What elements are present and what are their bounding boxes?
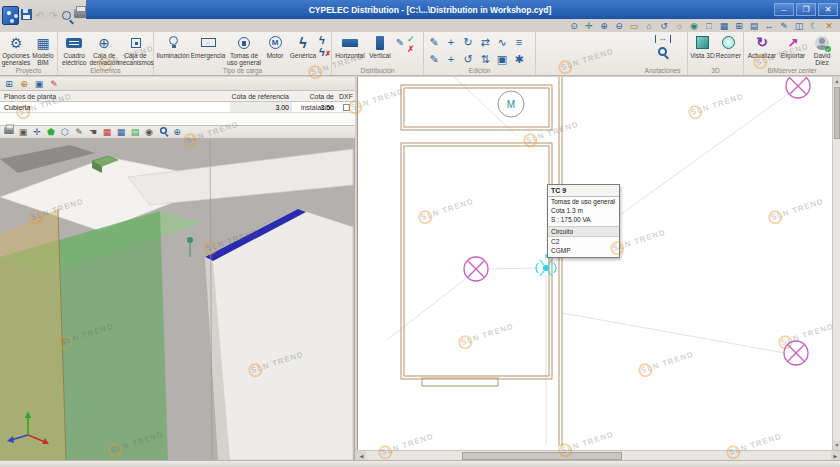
pointer-icon[interactable]: ✛: [31, 126, 43, 138]
exportar-button[interactable]: ↗ Exportar: [779, 33, 807, 59]
add-plant-icon[interactable]: ⊞: [3, 79, 15, 89]
mirror-icon[interactable]: ∿: [494, 35, 510, 51]
import-plant-icon[interactable]: ⊕: [18, 79, 30, 89]
edit-view-icon[interactable]: ✎: [777, 20, 791, 32]
horizontal-scrollbar[interactable]: ◀ ▶: [357, 450, 840, 460]
socket-icon: [238, 37, 250, 49]
cuadro-electrico-button[interactable]: Cuadro eléctrico: [60, 33, 88, 66]
panel-board-icon: [66, 38, 82, 48]
zoom-window-icon[interactable]: ▭: [627, 20, 641, 32]
edit-plant-icon[interactable]: ✎: [48, 79, 60, 89]
save-icon[interactable]: [21, 9, 32, 22]
eye-icon[interactable]: ◉: [143, 126, 155, 138]
generica-button[interactable]: ϟ Genérica: [288, 33, 318, 59]
vertical-button[interactable]: Vertical: [367, 33, 393, 59]
modelo-bim-button[interactable]: ▦ Modelo BIM: [31, 33, 55, 66]
snap-icon[interactable]: ⊞: [732, 20, 746, 32]
scrollbar-thumb[interactable]: [462, 452, 622, 460]
junction-box-icon: ⊕: [98, 35, 110, 51]
delete-load-icon[interactable]: ϟ: [319, 47, 325, 57]
emergency-light-icon: ☼: [201, 38, 216, 47]
group-3d: Vista 3D Recorrer 3D: [688, 32, 744, 75]
group-anotaciones: ↔ Anotaciones: [638, 32, 688, 75]
group-elementos: Cuadro eléctrico ⊕ Caja de derivación Ca…: [58, 32, 154, 75]
red-grid-icon[interactable]: ▦: [101, 126, 113, 138]
vista-3d-button[interactable]: Vista 3D: [690, 33, 715, 59]
scroll-up-icon[interactable]: ▲: [833, 77, 840, 86]
previous-view-icon[interactable]: ↺: [657, 20, 671, 32]
app-icon[interactable]: [2, 6, 19, 25]
user-account-button[interactable]: ✓ David Díez: [808, 33, 836, 66]
globe-icon[interactable]: ☾: [807, 20, 821, 32]
emergencia-button[interactable]: ☼ Emergencia: [191, 33, 225, 59]
redo-icon[interactable]: ↷: [47, 9, 58, 22]
dimension-icon[interactable]: ↔: [655, 35, 671, 43]
window-select-icon[interactable]: □: [702, 20, 716, 32]
zoom-text-icon[interactable]: [658, 47, 667, 56]
layers-icon[interactable]: ▤: [747, 20, 761, 32]
grid-icon[interactable]: ▦: [717, 20, 731, 32]
ortho-icon[interactable]: ↔: [762, 20, 776, 32]
undo-icon[interactable]: ↶: [34, 9, 45, 22]
layers-stack-icon[interactable]: ≡: [511, 35, 527, 51]
dxf-checkbox[interactable]: [343, 104, 350, 111]
redraw-icon[interactable]: ☼: [672, 20, 686, 32]
shade-icon[interactable]: ◉: [687, 20, 701, 32]
close-button[interactable]: ✕: [818, 3, 838, 16]
minimize-button[interactable]: –: [774, 3, 794, 16]
edit-icon[interactable]: ✎: [426, 35, 442, 51]
blue-grid-icon[interactable]: ▦: [115, 126, 127, 138]
recorrer-button[interactable]: Recorrer: [716, 33, 741, 59]
caja-mecanismos-button[interactable]: Caja de mecanismos: [120, 33, 151, 66]
scroll-down-icon[interactable]: ▼: [833, 441, 840, 450]
measure-icon[interactable]: ◫: [792, 20, 806, 32]
orbit-icon[interactable]: ⊙: [567, 20, 581, 32]
caja-derivacion-button[interactable]: ⊕ Caja de derivación: [89, 33, 119, 66]
assign-load-icon[interactable]: ϟ: [319, 35, 325, 45]
zoom-in-icon[interactable]: ⊕: [597, 20, 611, 32]
zoom-question-icon[interactable]: [157, 126, 169, 138]
pan-icon[interactable]: ✛: [582, 20, 596, 32]
horizontal-tray-icon: [342, 39, 358, 47]
pencil-3d-icon[interactable]: ✎: [73, 126, 85, 138]
plant-table-empty-area: [0, 113, 355, 125]
socket-symbol[interactable]: [464, 257, 488, 281]
plan-canvas[interactable]: M: [358, 77, 833, 450]
move-icon[interactable]: +: [443, 35, 459, 51]
motor-symbol[interactable]: M: [498, 91, 524, 117]
cross-icon[interactable]: ✗: [407, 45, 415, 53]
check-icon[interactable]: ✓: [407, 35, 415, 43]
search-icon[interactable]: [61, 9, 72, 22]
iluminacion-button[interactable]: Iluminación: [156, 33, 190, 59]
hand-icon[interactable]: ☚: [87, 126, 99, 138]
table-row[interactable]: Cubierta 3.00 3.50: [0, 102, 355, 113]
wireframe-icon[interactable]: ⬡: [59, 126, 71, 138]
opciones-generales-button[interactable]: ⚙ Opciones generales: [2, 33, 30, 66]
offset-icon[interactable]: ⇄: [477, 35, 493, 51]
plant-table-toolbar: ⊞ ⊕ ▣ ✎: [0, 77, 355, 91]
bulb-icon: [169, 36, 178, 45]
solid-view-icon[interactable]: ⬟: [45, 126, 57, 138]
socket-symbol[interactable]: [784, 341, 808, 365]
horizontal-button[interactable]: Horizontal: [334, 33, 366, 59]
help-icon[interactable]: ✕: [822, 20, 836, 32]
actualizar-button[interactable]: ↻ Actualizar: [746, 33, 778, 59]
walls: [401, 77, 562, 446]
print-3d-icon[interactable]: [3, 126, 15, 138]
zoom-all-icon[interactable]: ⌂: [642, 20, 656, 32]
socket-symbol[interactable]: [786, 77, 810, 98]
tomas-uso-general-button[interactable]: Tomas de uso general: [226, 33, 262, 66]
copy-image-icon[interactable]: ▣: [17, 126, 29, 138]
vertical-scrollbar[interactable]: ▲ ▼: [832, 77, 840, 450]
green-layers-icon[interactable]: ▤: [129, 126, 141, 138]
copy-plant-icon[interactable]: ▣: [33, 79, 45, 89]
rotate-icon[interactable]: ↻: [460, 35, 476, 51]
zoom-3d-icon[interactable]: ⊕: [171, 126, 183, 138]
viewport-3d[interactable]: [0, 139, 355, 460]
print-icon[interactable]: [74, 9, 86, 22]
probe-button[interactable]: ✎: [394, 33, 406, 52]
scrollbar-thumb[interactable]: [834, 87, 840, 139]
motor-button[interactable]: M Motor: [263, 33, 287, 59]
zoom-out-icon[interactable]: ⊖: [612, 20, 626, 32]
maximize-button[interactable]: ❐: [796, 3, 816, 16]
